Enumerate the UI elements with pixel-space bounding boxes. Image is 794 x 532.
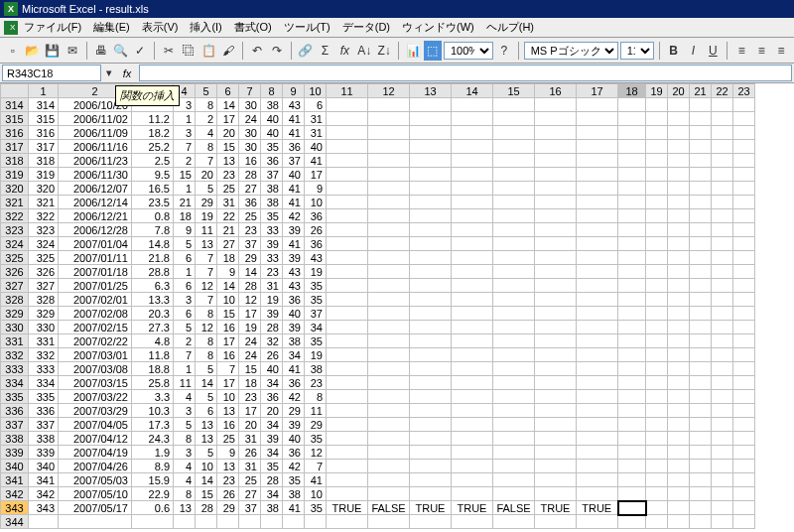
cell[interactable]	[668, 432, 690, 446]
cell[interactable]	[327, 168, 368, 182]
row-header[interactable]: 322	[1, 209, 29, 223]
cell[interactable]	[577, 223, 618, 237]
cell[interactable]: 1	[174, 112, 196, 126]
cell[interactable]: 2007/04/19	[59, 446, 132, 460]
cell[interactable]	[410, 265, 452, 279]
cell[interactable]: 2007/01/11	[59, 251, 132, 265]
cell[interactable]	[733, 334, 755, 348]
cell[interactable]	[646, 209, 668, 223]
cell[interactable]: 8	[196, 348, 217, 362]
cell[interactable]	[452, 140, 493, 154]
cell[interactable]	[733, 154, 755, 168]
cell[interactable]	[452, 487, 493, 501]
cell[interactable]: 2006/11/30	[59, 168, 132, 182]
cell[interactable]: 24	[239, 334, 261, 348]
col-header[interactable]: 23	[733, 84, 755, 98]
cell[interactable]: 2007/02/08	[59, 307, 132, 321]
cell[interactable]: 333	[29, 362, 59, 376]
cell[interactable]	[410, 362, 452, 376]
cell[interactable]	[493, 432, 535, 446]
cell[interactable]: 25	[239, 209, 261, 223]
cell[interactable]	[618, 307, 646, 321]
cell[interactable]: 19	[196, 209, 217, 223]
cell[interactable]: 343	[29, 501, 59, 515]
font-select[interactable]: MS Pゴシック	[524, 42, 618, 60]
cell[interactable]: 18	[174, 209, 196, 223]
cell[interactable]	[733, 446, 755, 460]
cell[interactable]: 32	[261, 334, 283, 348]
cell[interactable]	[646, 168, 668, 182]
cell[interactable]	[368, 209, 410, 223]
cell[interactable]: 28	[261, 321, 283, 334]
row-header[interactable]: 329	[1, 307, 29, 321]
cell[interactable]: 27.3	[132, 321, 174, 334]
row-header[interactable]: 332	[1, 348, 29, 362]
formula-input[interactable]	[139, 65, 792, 81]
cell[interactable]	[452, 334, 493, 348]
cell[interactable]	[618, 98, 646, 112]
cell[interactable]	[712, 334, 733, 348]
cell[interactable]: 25	[239, 473, 261, 487]
cell[interactable]: 38	[261, 196, 283, 209]
cell[interactable]	[410, 223, 452, 237]
cell[interactable]	[646, 404, 668, 418]
cell[interactable]	[690, 446, 712, 460]
col-header[interactable]	[1, 84, 29, 98]
cell[interactable]: 7.8	[132, 223, 174, 237]
cell[interactable]	[452, 112, 493, 126]
row-header[interactable]: 321	[1, 196, 29, 209]
row-header[interactable]: 340	[1, 460, 29, 473]
cell[interactable]: 5	[174, 418, 196, 432]
cell[interactable]	[132, 515, 174, 529]
cell[interactable]: 5	[196, 182, 217, 196]
cell[interactable]	[535, 515, 577, 529]
cell[interactable]	[452, 446, 493, 460]
cell[interactable]: 11	[196, 223, 217, 237]
sort-desc-icon[interactable]: Z↓	[375, 41, 393, 61]
cell[interactable]: 39	[283, 321, 305, 334]
row-header[interactable]: 339	[1, 446, 29, 460]
cell[interactable]	[327, 98, 368, 112]
cell[interactable]: 37	[261, 168, 283, 182]
cell[interactable]: 0.6	[132, 501, 174, 515]
cell[interactable]: 7	[174, 348, 196, 362]
cell[interactable]: 10	[217, 390, 239, 404]
cell[interactable]: 5	[196, 390, 217, 404]
cell[interactable]	[668, 307, 690, 321]
cell[interactable]	[733, 251, 755, 265]
cell[interactable]	[327, 209, 368, 223]
cell[interactable]	[712, 196, 733, 209]
cell[interactable]: 38	[283, 334, 305, 348]
cell[interactable]	[493, 473, 535, 487]
cell[interactable]	[327, 404, 368, 418]
cell[interactable]	[493, 126, 535, 140]
cell[interactable]	[712, 209, 733, 223]
cell[interactable]	[535, 168, 577, 182]
menu-format[interactable]: 書式(O)	[228, 18, 278, 37]
cell[interactable]: 8	[174, 432, 196, 446]
cell[interactable]: 8	[196, 334, 217, 348]
row-header[interactable]: 338	[1, 432, 29, 446]
cell[interactable]	[452, 209, 493, 223]
cell[interactable]: 16	[217, 348, 239, 362]
cell[interactable]: 36	[283, 140, 305, 154]
cell[interactable]: 16.5	[132, 182, 174, 196]
cell[interactable]: 3	[174, 446, 196, 460]
cell[interactable]: 339	[29, 446, 59, 460]
print-icon[interactable]: 🖶	[92, 41, 110, 61]
cell[interactable]	[327, 432, 368, 446]
col-header[interactable]: 6	[217, 84, 239, 98]
cell[interactable]: 35	[283, 473, 305, 487]
row-header[interactable]: 325	[1, 251, 29, 265]
cell[interactable]: 2006/11/16	[59, 140, 132, 154]
cell[interactable]	[646, 223, 668, 237]
fx-icon[interactable]: fx	[335, 41, 353, 61]
cell[interactable]: 17	[217, 334, 239, 348]
cell[interactable]: 40	[283, 432, 305, 446]
chart-icon[interactable]: 📊	[404, 41, 422, 61]
cell[interactable]	[668, 279, 690, 293]
cell[interactable]	[196, 515, 217, 529]
cell[interactable]	[690, 404, 712, 418]
col-header[interactable]: 12	[368, 84, 410, 98]
cell[interactable]	[452, 237, 493, 251]
